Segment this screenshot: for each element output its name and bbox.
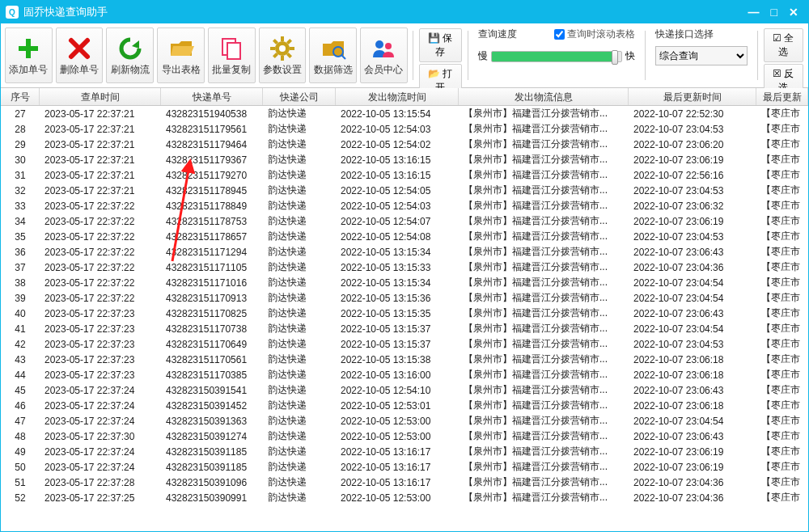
cell-carrier: 韵达快递	[263, 322, 336, 336]
cell-query-time: 2023-05-17 22:37:24	[40, 416, 161, 427]
maximize-button[interactable]: □	[771, 6, 777, 19]
toolbar-button-6[interactable]: 数据筛选	[309, 27, 357, 83]
table-row[interactable]: 29 2023-05-17 22:37:21 432823151179464 韵…	[1, 137, 808, 152]
table-row[interactable]: 52 2023-05-17 22:37:25 432823150390991 韵…	[1, 490, 808, 505]
cell-carrier: 韵达快递	[263, 306, 336, 320]
cell-dispatch-time: 2022-10-05 13:15:34	[336, 277, 459, 289]
cell-dispatch-time: 2022-10-05 12:54:10	[336, 385, 459, 396]
minimize-button[interactable]: —	[748, 6, 760, 19]
table-row[interactable]: 33 2023-05-17 22:37:22 432823151178849 韵…	[1, 198, 808, 213]
table-row[interactable]: 38 2023-05-17 22:37:22 432823151171016 韵…	[1, 275, 808, 290]
cell-dispatch-info: 【泉州市】福建晋江分拨营销市...	[459, 414, 629, 428]
speed-slider[interactable]	[491, 51, 622, 62]
cell-carrier: 韵达快递	[263, 460, 336, 474]
toolbar-button-label: 删除单号	[60, 63, 99, 77]
cell-index: 52	[1, 492, 40, 504]
cell-dispatch-info: 【泉州市】福建晋江分拨营销市...	[459, 107, 629, 120]
column-header[interactable]: 查单时间	[40, 88, 161, 105]
svg-rect-6	[281, 36, 284, 41]
table-row[interactable]: 35 2023-05-17 22:37:22 432823151178657 韵…	[1, 229, 808, 244]
cell-index: 38	[1, 277, 40, 289]
table-row[interactable]: 36 2023-05-17 22:37:22 432823151171294 韵…	[1, 244, 808, 260]
cell-index: 28	[1, 124, 40, 135]
column-header[interactable]: 快递公司	[263, 88, 336, 105]
toolbar-separator	[757, 31, 758, 80]
select-all-button[interactable]: ☑ 全选	[764, 28, 803, 62]
table-row[interactable]: 51 2023-05-17 22:37:28 432823150391096 韵…	[1, 475, 808, 490]
column-header[interactable]: 最后更新时间	[629, 88, 756, 105]
table-row[interactable]: 49 2023-05-17 22:37:24 432823150391185 韵…	[1, 444, 808, 459]
cell-dispatch-time: 2022-10-05 12:53:00	[336, 416, 459, 427]
cell-query-time: 2023-05-17 22:37:28	[40, 477, 161, 488]
cell-dispatch-time: 2022-10-05 13:16:15	[336, 170, 459, 181]
cell-query-time: 2023-05-17 22:37:21	[40, 139, 161, 150]
cell-index: 35	[1, 231, 40, 243]
cell-carrier: 韵达快递	[263, 153, 336, 167]
close-button[interactable]: ✕	[789, 6, 798, 19]
table-row[interactable]: 31 2023-05-17 22:37:21 432823151179270 韵…	[1, 167, 808, 183]
toolbar-button-4[interactable]: 批量复制	[208, 27, 256, 83]
cell-carrier: 韵达快递	[263, 475, 336, 489]
cell-update-time: 2022-10-07 23:04:53	[629, 339, 756, 350]
column-header[interactable]: 最后更新	[756, 88, 808, 105]
scroll-on-query-checkbox[interactable]: 查询时滚动表格	[554, 27, 635, 44]
cell-index: 39	[1, 293, 40, 304]
interface-select[interactable]: 综合查询	[655, 46, 748, 65]
cell-dispatch-time: 2022-10-05 12:54:08	[336, 231, 459, 243]
table-row[interactable]: 37 2023-05-17 22:37:22 432823151171105 韵…	[1, 260, 808, 275]
table-row[interactable]: 30 2023-05-17 22:37:21 432823151179367 韵…	[1, 152, 808, 167]
table-row[interactable]: 47 2023-05-17 22:37:24 432823150391363 韵…	[1, 413, 808, 429]
cell-update-info: 【枣庄市	[756, 122, 808, 136]
cell-carrier: 韵达快递	[263, 291, 336, 305]
toolbar-button-label: 参数设置	[263, 63, 302, 77]
cell-index: 34	[1, 216, 40, 227]
cell-update-time: 2022-10-07 23:06:43	[629, 431, 756, 442]
cell-dispatch-info: 【泉州市】福建晋江分拨营销市...	[459, 291, 629, 305]
column-header[interactable]: 序号	[1, 88, 40, 105]
cell-tracking-number: 432823151171105	[161, 262, 263, 273]
cell-carrier: 韵达快递	[263, 429, 336, 443]
table-row[interactable]: 28 2023-05-17 22:37:21 432823151179561 韵…	[1, 121, 808, 137]
column-header[interactable]: 发出物流时间	[336, 88, 459, 105]
toolbar-button-5[interactable]: 参数设置	[259, 27, 307, 83]
toolbar-button-0[interactable]: 添加单号	[5, 27, 53, 83]
cell-tracking-number: 432823150390991	[161, 492, 263, 504]
table-row[interactable]: 40 2023-05-17 22:37:23 432823151170825 韵…	[1, 306, 808, 321]
table-row[interactable]: 34 2023-05-17 22:37:22 432823151178753 韵…	[1, 213, 808, 229]
table-row[interactable]: 32 2023-05-17 22:37:21 432823151178945 韵…	[1, 183, 808, 198]
table-row[interactable]: 45 2023-05-17 22:37:24 432823150391541 韵…	[1, 382, 808, 398]
table-row[interactable]: 39 2023-05-17 22:37:22 432823151170913 韵…	[1, 290, 808, 306]
toolbar-button-3[interactable]: 导出表格	[157, 27, 205, 83]
cell-dispatch-info: 【泉州市】福建晋江分拨营销市...	[459, 276, 629, 289]
gear-icon	[269, 34, 295, 63]
cell-update-time: 2022-10-07 23:06:32	[629, 201, 756, 212]
toolbar-button-2[interactable]: 刷新物流	[106, 27, 154, 83]
cell-dispatch-time: 2022-10-05 13:16:17	[336, 477, 459, 488]
table-row[interactable]: 48 2023-05-17 22:37:30 432823150391274 韵…	[1, 429, 808, 444]
cell-dispatch-info: 【泉州市】福建晋江分拨营销市...	[459, 353, 629, 366]
column-header[interactable]: 发出物流信息	[459, 88, 629, 105]
save-button[interactable]: 💾 保存	[419, 28, 462, 62]
table-row[interactable]: 43 2023-05-17 22:37:23 432823151170561 韵…	[1, 352, 808, 367]
table-row[interactable]: 46 2023-05-17 22:37:24 432823150391452 韵…	[1, 398, 808, 413]
cell-carrier: 韵达快递	[263, 168, 336, 182]
table-row[interactable]: 44 2023-05-17 22:37:23 432823151170385 韵…	[1, 367, 808, 382]
cell-update-info: 【枣庄市	[756, 491, 808, 505]
table-row[interactable]: 50 2023-05-17 22:37:24 432823150391185 韵…	[1, 459, 808, 475]
cell-carrier: 韵达快递	[263, 184, 336, 197]
toolbar-button-label: 导出表格	[162, 63, 201, 77]
cell-query-time: 2023-05-17 22:37:22	[40, 216, 161, 227]
speed-title: 查询速度	[478, 27, 517, 41]
toolbar-button-1[interactable]: 删除单号	[56, 27, 104, 83]
table-row[interactable]: 27 2023-05-17 22:37:21 432823151940538 韵…	[1, 106, 808, 121]
table-row[interactable]: 42 2023-05-17 22:37:23 432823151170649 韵…	[1, 336, 808, 352]
folder-icon	[168, 34, 194, 63]
toolbar-button-7[interactable]: 会员中心	[360, 27, 408, 83]
cell-update-info: 【枣庄市	[756, 414, 808, 428]
cell-dispatch-time: 2022-10-05 13:16:17	[336, 462, 459, 473]
cell-dispatch-info: 【泉州市】福建晋江分拨营销市...	[459, 491, 629, 505]
cell-dispatch-info: 【泉州市】福建晋江分拨营销市...	[459, 306, 629, 320]
cell-update-time: 2022-10-07 23:04:54	[629, 277, 756, 289]
table-row[interactable]: 41 2023-05-17 22:37:23 432823151170738 韵…	[1, 321, 808, 336]
column-header[interactable]: 快递单号	[161, 88, 263, 105]
